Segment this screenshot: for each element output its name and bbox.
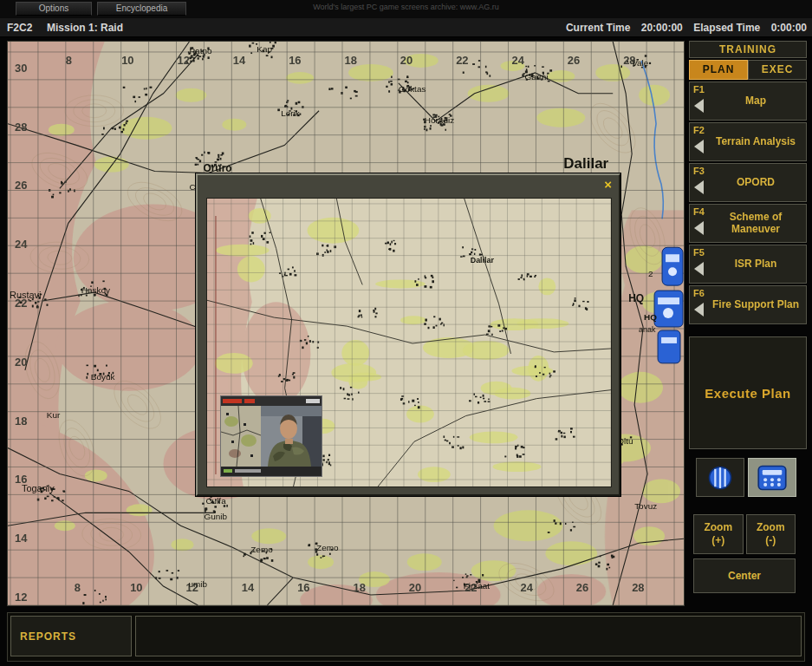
grid-number: 26 [568,54,580,67]
plan-exec-tabs: PLAN EXEC [689,60,807,80]
left-arrow-icon [694,303,704,317]
video-status-bar [221,467,322,476]
place-name: 2 [648,269,653,278]
grid-number: 12 [177,54,189,67]
fkey-label: F5 [693,247,705,258]
close-icon[interactable]: × [604,178,612,191]
fkey-isr-plan-button[interactable]: F5 ISR Plan [689,245,807,284]
fkey-name: Map [708,82,803,120]
grid-number: 20 [409,581,421,594]
grid-number: 18 [353,581,365,594]
minimap-canvas [221,406,261,467]
fkey-name: OPORD [708,164,803,201]
center-button[interactable]: Center [693,558,796,593]
place-name: Garmi [524,72,548,82]
place-name: Zemo [250,545,273,554]
place-name: Horadiz [425,115,454,125]
video-title-red-text [244,399,255,403]
video-title-white-text [306,399,320,403]
globe-view-button[interactable] [696,458,744,497]
grid-number: 20 [400,54,412,67]
place-name: Haskoy [81,285,110,295]
grid-number: 14 [15,532,28,545]
video-title-red-text [223,399,242,403]
fkey-terrain-analysis-button[interactable]: F2 Terrain Analysis [689,122,807,161]
place-name: Patno [189,46,212,56]
grid-number: 24 [512,54,525,67]
place-name: Oruro [203,162,231,174]
fkey-name: Scheme of Maneuver [708,205,803,242]
fkey-name: Terrain Analysis [708,123,803,160]
soldier-image [261,406,322,467]
video-title-bar [221,396,322,406]
grid-number: 26 [15,179,27,192]
place-name: Tovuz [634,501,657,511]
fkey-map-button[interactable]: F1 Map [689,82,807,121]
keypad-icon [757,465,788,491]
reports-output-field [135,616,802,656]
place-name: umib [188,579,207,589]
left-arrow-icon [694,99,704,113]
fkey-label: F6 [693,288,705,298]
zoom-in-button[interactable]: Zoom (+) [693,514,744,554]
place-name: Dalilar [563,155,608,172]
unit-icon[interactable] [662,247,683,285]
place-name: Kap [257,44,272,54]
unit-icon[interactable] [658,330,680,363]
unit-icon-detail [668,267,677,276]
left-arrow-icon [694,221,704,235]
unit-icon-detail [666,254,679,262]
fkey-name: Fire Support Plan [708,286,803,323]
place-name: Zemo [316,543,339,552]
execute-plan-label: Execute Plan [705,386,790,401]
grid-number: 14 [242,581,255,594]
keypad-view-button[interactable] [748,458,796,497]
place-name: Toganly [22,483,55,493]
tab-plan[interactable]: PLAN [689,60,748,80]
control-sidebar: TRAINING PLAN EXEC F1 Map F2 Terrain Ana… [688,41,808,606]
mode-header: TRAINING [689,41,807,58]
place-name: Gunib [204,512,227,521]
video-feed-window[interactable] [220,395,322,477]
app-screen: Options Encyclopedia World's largest PC … [0,0,812,666]
grid-number: 18 [345,54,357,67]
view-toggle-row [688,458,808,498]
grid-number: 24 [520,581,533,594]
tab-exec[interactable]: EXEC [748,60,807,80]
unit-icon-detail [661,337,677,343]
map-preview-dialog: × Dalilar [196,173,620,496]
grid-number: 18 [15,415,27,428]
zoom-out-button[interactable]: Zoom (-) [746,514,796,554]
place-name: HQ [644,312,657,322]
video-minimap [221,406,261,467]
app-name: F2C2 [7,22,32,34]
grid-number: 28 [632,581,644,594]
place-name: HQ [628,292,644,304]
zoom-controls: Zoom (+) Zoom (-) [693,514,796,554]
reports-button[interactable]: REPORTS [10,616,132,656]
place-name: Kur [47,410,61,420]
place-name: Boyuk [91,372,115,382]
video-body [221,406,322,467]
place-name: Culfa [205,496,226,506]
mission-name: Mission 1: Raid [47,22,123,34]
execute-plan-button[interactable]: Execute Plan [689,336,807,449]
fkey-fire-support-plan-button[interactable]: F6 Fire Support Plan [689,285,807,324]
grid-number: 22 [456,54,468,67]
grid-number: 16 [289,54,301,67]
grid-number: 8 [75,581,81,594]
place-name: Firsaat [464,581,490,591]
grid-number: 10 [121,54,133,67]
fkey-label: F2 [693,125,705,135]
place-name: Lerik [281,108,300,118]
fkey-name: ISR Plan [708,245,803,283]
fkey-opord-button[interactable]: F3 OPORD [689,163,807,202]
watermark-text: World's largest PC game screens archive:… [0,3,812,11]
unit-icon-detail [663,308,673,318]
video-status-green [224,469,232,473]
elapsed-time-value: 0:00:00 [771,22,807,34]
soldier-video [261,406,322,467]
grid-number: 26 [576,581,588,594]
mission-title-bar: F2C2 Mission 1: Raid Current Time 20:00:… [0,18,812,37]
fkey-scheme-of-maneuver-button[interactable]: F4 Scheme of Maneuver [689,204,807,243]
